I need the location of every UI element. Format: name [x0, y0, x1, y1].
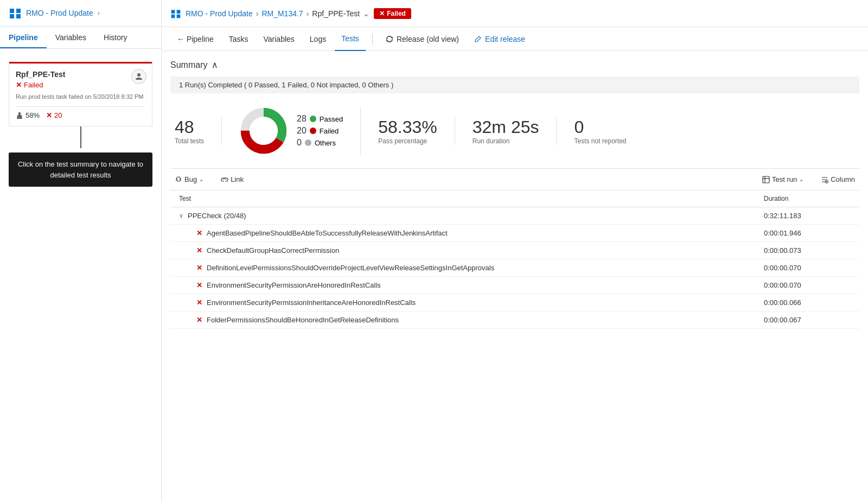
- passed-dot: [310, 116, 316, 122]
- svg-rect-14: [177, 177, 180, 181]
- others-count: 0: [297, 138, 302, 148]
- svg-rect-19: [763, 176, 769, 183]
- test-table: Test Duration ∨ PPECheck (20/48) 0:32:11…: [170, 190, 859, 329]
- legend-failed: 20 Failed: [297, 126, 343, 136]
- not-reported-number: 0: [574, 117, 626, 137]
- group-duration: 0:32:11.183: [764, 212, 851, 220]
- nav-separator: [372, 34, 373, 45]
- link-button[interactable]: Link: [216, 173, 248, 186]
- donut-chart-container: 28 Passed 20 Failed 0: [222, 106, 361, 155]
- sidebar-project-title[interactable]: RMO - Prod Update: [26, 9, 93, 17]
- badge-x-icon: ✕: [379, 10, 385, 17]
- total-tests-stat: 48 Total tests: [170, 117, 222, 145]
- test-duration: 0:00:00.070: [764, 264, 851, 272]
- svg-rect-5: [18, 112, 21, 115]
- fail-icon: ✕: [196, 246, 202, 255]
- fail-icon: ✕: [196, 264, 202, 272]
- run-duration-label: Run duration: [473, 137, 539, 145]
- breadcrumb-sep-2: ›: [307, 9, 309, 18]
- nav-logs[interactable]: Logs: [303, 27, 333, 51]
- test-name: AgentBasedPipelineShouldBeAbleToSuccessf…: [207, 229, 764, 237]
- test-name: FolderPermissionsShouldBeHonoredInGetRel…: [207, 316, 764, 324]
- test-toolbar: Bug ⌄ Link: [170, 168, 859, 190]
- others-label: Others: [315, 139, 336, 147]
- donut-chart: [239, 106, 288, 155]
- sidebar-nav-pipeline[interactable]: Pipeline: [0, 27, 47, 48]
- table-row: ✕ EnvironmentSecurityPermissionInheritan…: [170, 294, 859, 312]
- stage-fail: ✕ 20: [46, 111, 62, 119]
- table-row: ✕ AgentBasedPipelineShouldBeAbleToSucces…: [170, 225, 859, 242]
- nav-tasks[interactable]: Tasks: [222, 27, 255, 51]
- svg-point-4: [137, 73, 141, 77]
- refresh-icon: [386, 35, 393, 43]
- table-row: ✕ FolderPermissionsShouldBeHonoredInGetR…: [170, 312, 859, 329]
- not-reported-stat: 0 Tests not reported: [557, 117, 643, 145]
- pass-pct-text: 58%: [25, 111, 40, 119]
- test-duration: 0:00:00.066: [764, 298, 851, 307]
- pass-pct-number: 58.33%: [378, 117, 437, 137]
- fail-icon: ✕: [196, 229, 202, 237]
- not-reported-label: Tests not reported: [574, 137, 626, 145]
- test-name: EnvironmentSecurityPermissionAreHonoredI…: [207, 281, 764, 289]
- breadcrumb-dropdown-icon[interactable]: ⌄: [363, 9, 369, 18]
- test-rows-container: ✕ AgentBasedPipelineShouldBeAbleToSucces…: [170, 225, 859, 329]
- pass-pct-stat: 58.33% Pass percentage: [361, 117, 455, 145]
- test-group-row[interactable]: ∨ PPECheck (20/48) 0:32:11.183: [170, 207, 859, 225]
- stats-row: 48 Total tests: [170, 102, 859, 160]
- failed-count: 20: [297, 126, 307, 136]
- test-name: CheckDefaultGroupHasCorrectPermission: [207, 246, 764, 255]
- svg-point-13: [251, 118, 277, 144]
- test-duration: 0:00:01.946: [764, 229, 851, 237]
- test-name: EnvironmentSecurityPermissionInheritance…: [207, 298, 764, 307]
- column-label: Column: [831, 175, 855, 183]
- col-duration-header: Duration: [764, 195, 851, 202]
- others-dot: [305, 139, 311, 146]
- test-run-label: Test run: [772, 175, 797, 183]
- column-button[interactable]: Column: [816, 173, 859, 186]
- stage-card[interactable]: Rpf_PPE-Test ✕ Failed Run prod tests tas…: [9, 62, 152, 126]
- avatar-button[interactable]: [131, 69, 146, 84]
- stage-status: ✕ Failed: [16, 81, 145, 89]
- nav-variables[interactable]: Variables: [257, 27, 301, 51]
- fail-x-icon: ✕: [46, 111, 52, 119]
- flask-icon: [16, 112, 23, 119]
- main-nav: ← Pipeline Tasks Variables Logs Tests Re…: [162, 27, 868, 51]
- summary-chevron: ∧: [212, 60, 218, 70]
- bug-icon: [175, 176, 182, 183]
- nav-pipeline[interactable]: ← Pipeline: [170, 27, 220, 51]
- ado-logo: [9, 7, 22, 20]
- failed-badge: ✕ Failed: [374, 8, 411, 19]
- total-tests-number: 48: [175, 117, 204, 137]
- stage-card-footer: 58% ✕ 20: [16, 106, 145, 119]
- test-run-chevron: ⌄: [799, 176, 803, 182]
- svg-rect-9: [177, 14, 181, 18]
- main-ado-logo: [170, 8, 181, 19]
- bug-button[interactable]: Bug ⌄: [170, 173, 208, 186]
- test-run-button[interactable]: Test run ⌄: [758, 173, 808, 186]
- nav-release-old[interactable]: Release (old view): [379, 27, 465, 51]
- group-chevron-icon: ∨: [179, 212, 183, 219]
- svg-rect-6: [171, 10, 175, 14]
- main-header: RMO - Prod Update › RM_M134.7 › Rpf_PPE-…: [162, 0, 868, 27]
- table-row: ✕ EnvironmentSecurityPermissionAreHonore…: [170, 277, 859, 294]
- svg-rect-8: [171, 14, 175, 18]
- svg-rect-7: [177, 10, 181, 14]
- breadcrumb-release[interactable]: RM_M134.7: [261, 9, 303, 18]
- fail-icon: ✕: [196, 298, 202, 307]
- svg-rect-3: [16, 14, 21, 18]
- nav-edit-release[interactable]: Edit release: [468, 27, 532, 51]
- run-info-bar: 1 Run(s) Completed ( 0 Passed, 1 Failed,…: [170, 77, 859, 93]
- nav-edit-release-text: Edit release: [485, 35, 525, 43]
- sidebar-nav-variables[interactable]: Variables: [47, 27, 95, 48]
- table-row: ✕ DefinitionLevelPermissionsShouldOverri…: [170, 259, 859, 277]
- svg-rect-0: [10, 9, 14, 13]
- table-row: ✕ CheckDefaultGroupHasCorrectPermission …: [170, 242, 859, 259]
- sidebar-nav-history[interactable]: History: [95, 27, 136, 48]
- fail-count-text: 20: [54, 111, 62, 119]
- breadcrumb-project[interactable]: RMO - Prod Update: [186, 9, 253, 18]
- summary-header[interactable]: Summary ∧: [170, 60, 859, 70]
- sidebar-header: RMO - Prod Update ›: [0, 0, 161, 27]
- fail-icon: ✕: [196, 281, 202, 289]
- link-icon: [221, 176, 228, 183]
- nav-tests[interactable]: Tests: [335, 27, 366, 51]
